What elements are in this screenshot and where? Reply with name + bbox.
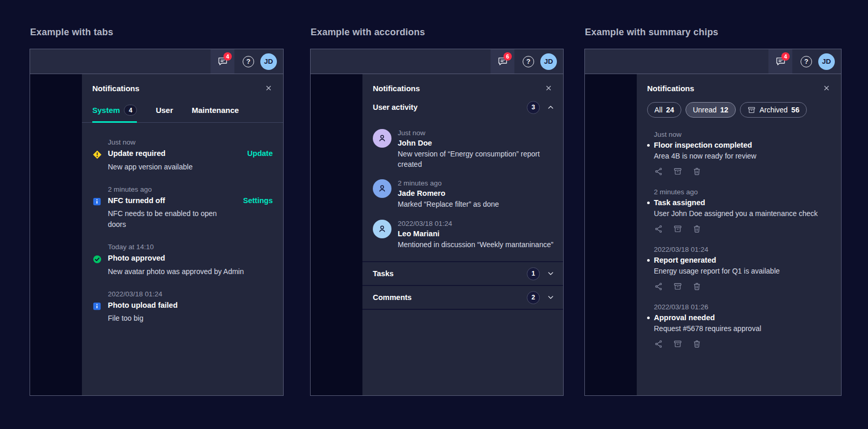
help-button[interactable]: ? [796, 49, 816, 74]
delete-button[interactable] [692, 282, 702, 291]
notifications-button[interactable]: 4 [768, 49, 792, 74]
notifications-button[interactable]: 6 [491, 49, 514, 74]
app-window: 6 ? JD Notifications User activity 3 [310, 49, 564, 396]
chip-count: 24 [666, 106, 675, 114]
close-button[interactable] [263, 83, 274, 93]
notification-item: 2022/03/18 01:24 Report generated Energy… [647, 246, 831, 291]
chip-label: All [654, 106, 663, 114]
share-icon [654, 224, 663, 234]
example-summary-chips: Example with summary chips 4 ? JD Notifi… [584, 27, 842, 396]
notification-item: 2 minutes ago NFC turnedd off Settings N… [92, 185, 273, 230]
activity-description: Marked “Replace filter” as done [398, 199, 554, 210]
archive-button[interactable] [673, 224, 682, 234]
help-button[interactable]: ? [239, 49, 258, 74]
sidebar-area [311, 74, 362, 395]
notification-item: Just now Floor inspection completed Area… [647, 131, 831, 176]
activity-time: 2022/03/18 01:24 [398, 220, 554, 227]
notification-description: NFC needs to be enabled to open doors [108, 208, 236, 230]
user-avatar[interactable]: JD [540, 53, 557, 70]
delete-button[interactable] [692, 167, 702, 176]
archive-icon [673, 282, 682, 291]
notification-item: 2022/03/18 01:24 Photo upload failed Fil… [92, 290, 273, 323]
notifications-button[interactable]: 4 [211, 49, 234, 74]
notification-count-badge: 4 [223, 52, 232, 61]
accordion-badge: 1 [527, 267, 540, 280]
accordion-user-activity[interactable]: User activity 3 [362, 95, 563, 119]
accordion-comments[interactable]: Comments 2 [362, 286, 563, 310]
app-window: 4 ? JD Notifications System 4 [30, 49, 284, 396]
chevron-up-icon [547, 103, 555, 111]
notification-title: Photo upload failed [108, 301, 273, 311]
notification-title: Report generated [654, 256, 831, 264]
chip-archived[interactable]: Archived 56 [740, 102, 807, 118]
activity-user-name: Leo Mariani [398, 230, 554, 238]
activity-item: 2 minutes ago Jade Romero Marked “Replac… [373, 179, 554, 210]
archive-button[interactable] [673, 167, 682, 176]
share-button[interactable] [654, 224, 663, 234]
notification-description: New app version available [108, 162, 240, 172]
accordion-tasks[interactable]: Tasks 1 [362, 262, 563, 286]
warning-icon [92, 149, 108, 160]
sidebar-area [585, 74, 637, 395]
notification-time: Today at 14:10 [108, 243, 273, 251]
help-button[interactable]: ? [519, 49, 538, 74]
chip-all[interactable]: All 24 [647, 102, 681, 118]
notification-time: 2 minutes ago [108, 185, 273, 193]
notification-description: Request #5678 requires approval [654, 324, 831, 333]
user-avatar[interactable]: JD [818, 53, 835, 70]
notification-description: Energy usage report for Q1 is available [654, 267, 831, 275]
user-avatar[interactable]: JD [260, 53, 277, 70]
activity-user-name: Jade Romero [398, 189, 554, 197]
share-icon [654, 339, 663, 349]
tab-bar: System 4 User Maintenance [82, 93, 283, 123]
archive-icon [673, 167, 682, 176]
activity-time: Just now [398, 129, 554, 137]
avatar [373, 220, 391, 238]
settings-link[interactable]: Settings [236, 196, 273, 206]
notification-list: Just now Update required Update New app … [82, 123, 283, 323]
delete-button[interactable] [692, 224, 702, 234]
archive-button[interactable] [673, 339, 682, 349]
accordion-badge: 3 [527, 101, 540, 114]
notification-description: Area 4B is now ready for review [654, 152, 831, 160]
chip-label: Archived [760, 106, 788, 114]
tab-maintenance[interactable]: Maintenance [192, 105, 239, 123]
tab-user[interactable]: User [156, 105, 173, 123]
info-icon [92, 196, 108, 206]
example-accordions: Example with accordions 6 ? JD Notificat… [310, 27, 564, 396]
close-button[interactable] [821, 83, 832, 93]
notification-actions [654, 339, 831, 349]
archive-button[interactable] [673, 282, 682, 291]
share-button[interactable] [654, 282, 663, 291]
archive-icon [673, 224, 682, 234]
chip-unread[interactable]: Unread 12 [685, 102, 736, 118]
delete-button[interactable] [692, 339, 702, 349]
notification-time: Just now [108, 138, 273, 146]
notification-title: Floor inspection completed [654, 141, 831, 149]
trash-icon [692, 282, 702, 291]
chevron-down-icon [547, 293, 555, 302]
notification-title: Approval needed [654, 313, 831, 322]
info-icon [92, 301, 108, 311]
trash-icon [692, 224, 702, 234]
example-tabs: Example with tabs 4 ? JD Notifications [30, 27, 284, 396]
example-heading: Example with tabs [30, 27, 284, 38]
panel-title: Notifications [647, 84, 694, 93]
notifications-panel: Notifications User activity 3 [362, 74, 563, 395]
update-link[interactable]: Update [240, 149, 273, 160]
app-bar: 4 ? JD [30, 49, 283, 74]
archive-icon [673, 339, 682, 349]
close-button[interactable] [543, 83, 554, 93]
share-button[interactable] [654, 339, 663, 349]
close-icon [264, 84, 273, 92]
notification-time: 2022/03/18 01:24 [654, 246, 831, 253]
filter-chips: All 24 Unread 12 Archived 56 [637, 93, 841, 119]
tab-system[interactable]: System 4 [92, 105, 137, 123]
notification-time: 2022/03/18 01:24 [108, 290, 273, 298]
share-button[interactable] [654, 167, 663, 176]
notification-item: Just now Update required Update New app … [92, 138, 273, 172]
archive-icon [747, 106, 756, 115]
share-icon [654, 167, 663, 176]
notification-item: 2022/03/18 01:26 Approval needed Request… [647, 303, 831, 349]
accordion-label: User activity [373, 103, 527, 111]
